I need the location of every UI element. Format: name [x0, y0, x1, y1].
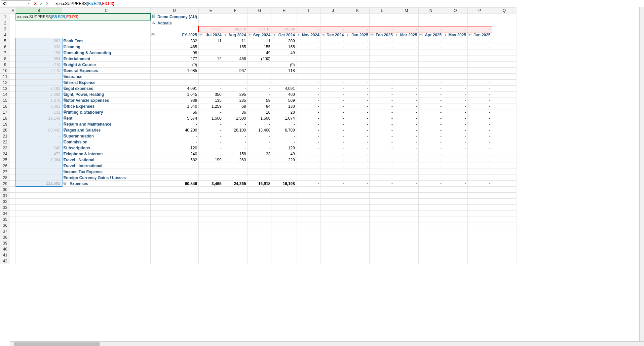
data-cell[interactable]: - — [443, 97, 468, 103]
cell[interactable] — [492, 139, 516, 145]
data-cell[interactable]: - — [199, 86, 223, 92]
data-cell[interactable]: - — [468, 68, 492, 74]
row-header-2[interactable]: 2 — [0, 20, 10, 26]
cell[interactable] — [10, 252, 16, 258]
cell[interactable] — [199, 14, 223, 20]
data-cell[interactable]: - — [468, 38, 492, 44]
cell[interactable] — [16, 240, 62, 246]
data-cell[interactable]: - — [394, 44, 419, 50]
data-cell[interactable]: 509 — [272, 97, 296, 103]
filter-icon[interactable] — [370, 33, 374, 36]
cell-B2[interactable] — [16, 20, 62, 26]
data-cell[interactable]: - — [419, 50, 443, 56]
data-cell[interactable]: - — [443, 157, 468, 163]
cell[interactable] — [492, 157, 516, 163]
row-header-31[interactable]: 31 — [0, 193, 10, 199]
cell[interactable] — [223, 246, 247, 252]
cell[interactable] — [345, 252, 370, 258]
col-header-C[interactable]: C — [62, 8, 151, 14]
cell[interactable] — [321, 199, 345, 205]
cell[interactable] — [272, 234, 296, 240]
cell-Q4[interactable] — [492, 32, 516, 38]
data-cell[interactable]: 400 — [272, 92, 296, 97]
cell[interactable] — [199, 252, 223, 258]
data-cell[interactable]: - — [345, 56, 370, 62]
cell-B27[interactable]: - — [16, 169, 62, 175]
cell[interactable] — [10, 234, 16, 240]
data-cell[interactable]: - — [468, 121, 492, 127]
select-all-corner[interactable] — [0, 8, 10, 14]
cell[interactable] — [16, 187, 62, 193]
cell[interactable] — [223, 211, 247, 216]
cell[interactable] — [321, 205, 345, 211]
cell[interactable] — [419, 216, 443, 222]
data-cell[interactable]: 682 — [151, 157, 199, 163]
cell[interactable] — [151, 211, 199, 216]
cell[interactable] — [272, 187, 296, 193]
cell[interactable] — [151, 216, 199, 222]
cell-row3[interactable]: - — [345, 26, 370, 32]
cell[interactable] — [151, 199, 199, 205]
data-cell[interactable]: - — [247, 62, 272, 68]
row-header-38[interactable]: 38 — [0, 234, 10, 240]
data-cell[interactable]: - — [419, 121, 443, 127]
data-cell[interactable]: - — [321, 38, 345, 44]
cell[interactable] — [419, 234, 443, 240]
cell-A11[interactable] — [10, 74, 16, 80]
data-cell[interactable]: - — [370, 50, 394, 56]
data-cell[interactable]: - — [345, 139, 370, 145]
data-cell[interactable]: - — [419, 56, 443, 62]
data-cell[interactable]: - — [419, 44, 443, 50]
cell[interactable] — [62, 199, 151, 205]
data-cell[interactable]: - — [247, 157, 272, 163]
row-header-33[interactable]: 33 — [0, 205, 10, 211]
cell[interactable] — [151, 222, 199, 228]
data-cell[interactable]: - — [443, 86, 468, 92]
cell[interactable] — [394, 252, 419, 258]
data-cell[interactable]: - — [151, 169, 199, 175]
data-cell[interactable]: - — [199, 163, 223, 169]
cell[interactable] — [419, 228, 443, 234]
cell[interactable] — [62, 258, 151, 264]
account-name-cell[interactable]: Foreign Currency Gains / Losses — [62, 175, 151, 181]
data-cell[interactable]: - — [443, 169, 468, 175]
data-cell[interactable]: - — [247, 80, 272, 86]
cell[interactable] — [247, 216, 272, 222]
cell[interactable] — [223, 228, 247, 234]
data-cell[interactable]: 1,540 — [151, 103, 199, 109]
row-header-4[interactable]: 4 — [0, 32, 10, 38]
row-header-35[interactable]: 35 — [0, 216, 10, 222]
cell[interactable] — [443, 14, 468, 20]
cell[interactable] — [468, 228, 492, 234]
row-header-41[interactable]: 41 — [0, 252, 10, 258]
data-cell[interactable]: - — [345, 157, 370, 163]
cell[interactable] — [345, 234, 370, 240]
row-header-27[interactable]: 27 — [0, 169, 10, 175]
data-cell[interactable]: - — [345, 127, 370, 133]
cell-C3[interactable] — [62, 26, 151, 32]
cell[interactable] — [394, 14, 419, 20]
cell[interactable] — [370, 234, 394, 240]
cell-A16[interactable] — [10, 103, 16, 109]
cell[interactable] — [443, 234, 468, 240]
cell-A3[interactable] — [10, 26, 16, 32]
data-cell[interactable]: - — [296, 44, 321, 50]
cell[interactable] — [272, 20, 296, 26]
data-cell[interactable]: - — [419, 92, 443, 97]
data-cell[interactable]: - — [272, 169, 296, 175]
data-cell[interactable]: - — [199, 139, 223, 145]
data-cell[interactable]: - — [296, 151, 321, 157]
data-cell[interactable]: - — [345, 175, 370, 181]
data-cell[interactable]: - — [321, 44, 345, 50]
cell[interactable] — [321, 258, 345, 264]
account-name-cell[interactable]: Freight & Courier — [62, 62, 151, 68]
cell-B7[interactable]: 196 — [16, 50, 62, 56]
data-cell[interactable]: 300 — [272, 38, 296, 44]
cell-A26[interactable] — [10, 163, 16, 169]
total-cell[interactable]: - — [296, 181, 321, 187]
cell[interactable] — [223, 187, 247, 193]
cell[interactable] — [296, 20, 321, 26]
cell[interactable] — [223, 222, 247, 228]
data-cell[interactable]: - — [443, 44, 468, 50]
cell[interactable] — [492, 127, 516, 133]
